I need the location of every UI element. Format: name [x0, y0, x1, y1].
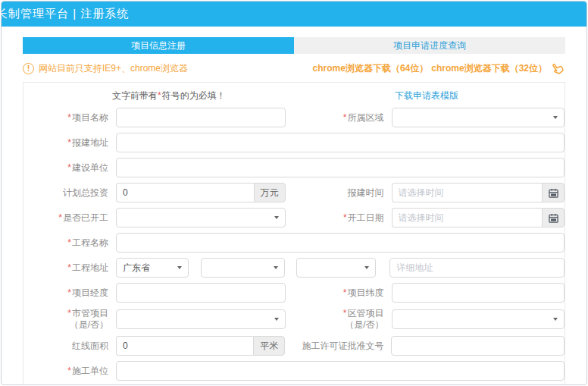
page-container: 长制管理平台 | 注册系统 项目信息注册 项目申请进度查询 ! 网站目前只支持I… [1, 1, 587, 385]
latitude-label: *项目纬度 [286, 287, 392, 299]
is-started-label: *是否已开工 [23, 212, 116, 224]
engineering-name-label: *工程名称 [23, 237, 116, 249]
region-label: *所属区域 [286, 112, 392, 124]
tab-bar: 项目信息注册 项目申请进度查询 [23, 37, 565, 54]
form-row: *工程名称 [23, 233, 565, 253]
construction-unit-label: *建设单位 [23, 162, 116, 174]
form-row: *工程地址 广东省 [23, 258, 565, 278]
project-name-label: *项目名称 [23, 112, 116, 124]
chrome-download-32-link[interactable]: chrome浏览器下载（32位） [431, 62, 547, 75]
engineering-address-label: *工程地址 [23, 262, 116, 274]
report-time-group [392, 183, 565, 202]
planned-investment-group: 万元 [116, 183, 286, 202]
download-template-link[interactable]: 下载申请表模版 [395, 89, 458, 102]
start-date-calendar-button[interactable] [542, 208, 565, 228]
report-time-label: 报建时间 [286, 187, 392, 199]
build-address-input[interactable] [116, 133, 565, 152]
chevron-down-icon [553, 116, 558, 119]
longitude-label: *项目经度 [23, 287, 116, 299]
form-row: *市管项目（是/否） *区管项目（是/否） [23, 308, 565, 331]
form-row: *是否已开工 *开工日期 [23, 208, 565, 228]
city-managed-label: *市管项目（是/否） [23, 308, 116, 331]
tab-application-progress[interactable]: 项目申请进度查询 [294, 37, 565, 54]
build-address-label: *报建地址 [23, 137, 116, 149]
required-star: * [158, 90, 161, 101]
construction-unit-input[interactable] [116, 158, 565, 177]
required-note: 文字前带有*符号的为必填！ [112, 89, 226, 102]
app-header: 长制管理平台 | 注册系统 [2, 2, 586, 27]
district-select[interactable] [296, 258, 376, 278]
unit-wanyuan-label: 万元 [254, 183, 286, 202]
chevron-down-icon [274, 318, 279, 321]
chevron-down-icon [274, 216, 279, 219]
form-row: *建设单位 [23, 158, 565, 177]
district-managed-label: *区管项目（是/否） [286, 308, 392, 331]
chevron-down-icon [364, 266, 369, 269]
form-row: 计划总投资 万元 报建时间 [23, 183, 565, 202]
city-managed-select[interactable] [116, 309, 286, 329]
warning-icon: ! [23, 63, 34, 74]
region-select[interactable] [392, 108, 565, 127]
chevron-down-icon [274, 266, 278, 269]
form-note-row: 文字前带有*符号的为必填！ 下载申请表模版 [23, 89, 565, 102]
red-line-area-group: 平米 [116, 336, 285, 356]
calendar-icon [549, 213, 558, 223]
report-time-calendar-button[interactable] [542, 183, 565, 202]
engineering-name-input[interactable] [116, 233, 565, 253]
longitude-input[interactable] [116, 283, 286, 303]
report-time-input[interactable] [392, 183, 542, 202]
form-row: *报建地址 [23, 133, 565, 152]
red-line-area-input[interactable] [116, 336, 253, 356]
builder-unit-label: *施工单位 [23, 366, 116, 377]
unit-pingmi-label: 平米 [253, 336, 285, 356]
detail-address-input[interactable] [389, 258, 565, 278]
browser-warning: ! 网站目前只支持IE9+、chrome浏览器 [23, 62, 188, 75]
permit-number-input[interactable] [391, 336, 565, 356]
form-row: *施工单位 [23, 361, 565, 381]
form-row: *项目名称 *所属区域 [23, 108, 565, 127]
pointer-hand-icon [547, 58, 568, 79]
registration-form: 文字前带有*符号的为必填！ 下载申请表模版 *项目名称 *所属区域 *报建地址 … [23, 82, 565, 385]
calendar-icon [549, 188, 558, 198]
builder-unit-input[interactable] [116, 361, 565, 381]
project-name-input[interactable] [116, 108, 286, 127]
tab-project-registration[interactable]: 项目信息注册 [23, 37, 294, 54]
chevron-down-icon [553, 318, 558, 321]
district-managed-select[interactable] [392, 309, 565, 329]
form-row: *项目经度 *项目纬度 [23, 283, 565, 303]
start-date-group [392, 208, 565, 228]
latitude-input[interactable] [392, 283, 565, 303]
chrome-download-64-link[interactable]: chrome浏览器下载（64位） [313, 62, 429, 75]
notice-row: ! 网站目前只支持IE9+、chrome浏览器 chrome浏览器下载（64位）… [23, 61, 565, 76]
start-date-label: *开工日期 [286, 212, 392, 224]
is-started-select[interactable] [116, 208, 286, 228]
planned-investment-label: 计划总投资 [23, 187, 116, 199]
province-select[interactable]: 广东省 [116, 258, 189, 278]
city-select[interactable] [201, 258, 285, 278]
start-date-input[interactable] [392, 208, 542, 228]
form-row: 红线面积 平米 施工许可证批准文号 [23, 336, 565, 356]
app-title: 长制管理平台 | 注册系统 [2, 7, 129, 21]
browser-warning-text: 网站目前只支持IE9+、chrome浏览器 [39, 62, 188, 75]
chevron-down-icon [177, 266, 182, 269]
red-line-area-label: 红线面积 [23, 340, 116, 352]
download-links: chrome浏览器下载（64位） chrome浏览器下载（32位） [313, 61, 565, 76]
permit-number-label: 施工许可证批准文号 [285, 340, 391, 352]
planned-investment-input[interactable] [116, 183, 254, 202]
